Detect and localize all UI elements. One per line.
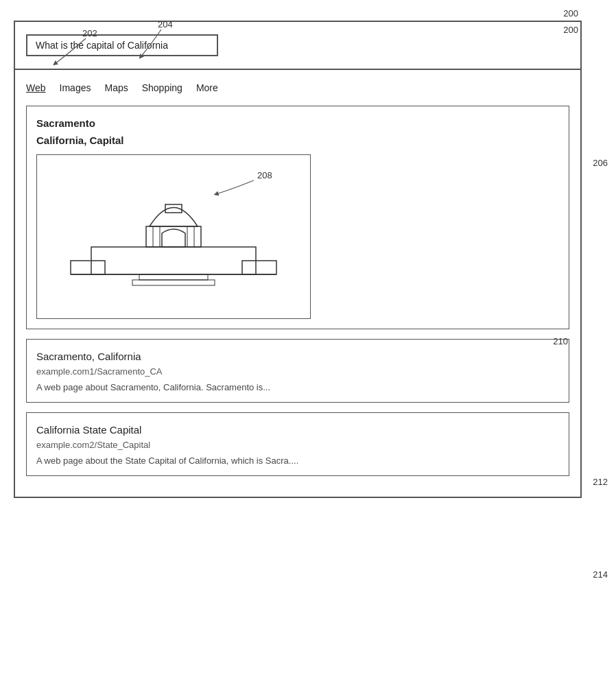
result1-title[interactable]: Sacramento, California	[36, 349, 559, 364]
featured-result-card: Sacramento California, Capital	[26, 106, 569, 329]
tab-navigation: Web Images Maps Shopping More	[26, 81, 569, 95]
svg-rect-2	[71, 261, 105, 274]
result1-url[interactable]: example.com1/Sacramento_CA	[36, 366, 559, 377]
result1-snippet: A web page about Sacramento, California.…	[36, 382, 559, 392]
callout-200-label: 200	[563, 8, 578, 19]
tab-images[interactable]: Images	[60, 81, 91, 95]
result-card-2: California State Capital example.com2/St…	[26, 412, 569, 476]
callout-214: 214	[593, 569, 608, 580]
tab-maps[interactable]: Maps	[104, 81, 128, 95]
result2-title[interactable]: California State Capital	[36, 423, 559, 437]
diagram-border: What is the capital of California Web Im…	[14, 21, 582, 498]
capitol-illustration	[36, 154, 311, 319]
svg-rect-3	[242, 261, 276, 274]
search-section: What is the capital of California	[15, 22, 580, 70]
svg-rect-11	[132, 280, 215, 285]
search-input[interactable]: What is the capital of California	[26, 34, 218, 56]
result2-url[interactable]: example.com2/State_Capital	[36, 440, 559, 450]
result-card-1: Sacramento, California example.com1/Sacr…	[26, 339, 569, 403]
tab-web[interactable]: Web	[26, 81, 46, 95]
tab-more[interactable]: More	[196, 81, 218, 95]
callout-210: 210	[553, 336, 568, 346]
callout-206: 206	[593, 158, 608, 168]
svg-rect-1	[91, 247, 256, 274]
callout-212: 212	[593, 477, 608, 487]
result2-snippet: A web page about the State Capital of Ca…	[36, 456, 559, 466]
capitol-svg	[50, 165, 297, 309]
tab-shopping[interactable]: Shopping	[142, 81, 182, 95]
featured-title-line1: Sacramento	[36, 116, 559, 130]
svg-rect-10	[139, 274, 208, 280]
results-section: Web Images Maps Shopping More Sacramento…	[15, 70, 580, 497]
featured-title-line2: California, Capital	[36, 133, 559, 147]
